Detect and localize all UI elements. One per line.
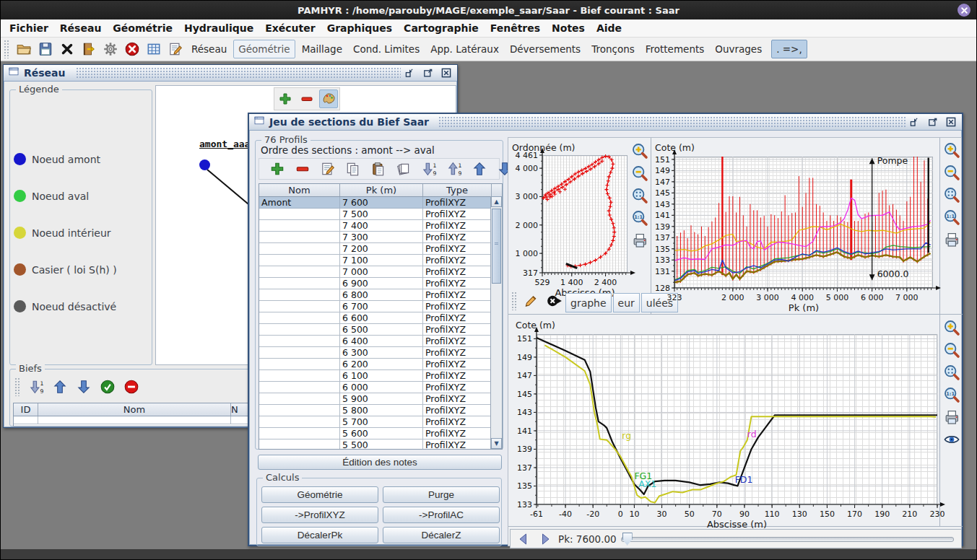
close-window-button[interactable] bbox=[440, 66, 453, 79]
delete-x-icon[interactable] bbox=[57, 40, 77, 59]
menu-item-hydraulique[interactable]: Hydraulique bbox=[178, 21, 259, 35]
stop-icon[interactable] bbox=[122, 40, 142, 59]
toolbar-button-ouvrages[interactable]: Ouvrages bbox=[711, 40, 766, 58]
plus-green-button[interactable] bbox=[276, 89, 295, 108]
maximize-button[interactable] bbox=[926, 115, 939, 128]
scroll-down-button[interactable]: ▼ bbox=[491, 438, 502, 449]
open-folder-icon[interactable] bbox=[14, 40, 33, 59]
calc-button-gomtrie[interactable]: Géométrie bbox=[261, 486, 378, 503]
settings-gear-icon[interactable] bbox=[100, 40, 120, 59]
paste-icon[interactable] bbox=[368, 159, 388, 179]
toolbar-button-gomtrie[interactable]: Géométrie bbox=[233, 40, 295, 58]
zoom-fit-button[interactable] bbox=[942, 363, 961, 382]
scroll-up-button[interactable]: ▲ bbox=[491, 196, 502, 207]
toolbar-button-[interactable]: . =>, bbox=[771, 40, 807, 58]
table-row[interactable]: 6 200ProfilXYZ bbox=[259, 359, 502, 370]
close-window-button[interactable] bbox=[945, 115, 958, 128]
save-floppy-icon[interactable] bbox=[35, 40, 55, 59]
reseau-window-titlebar[interactable]: Réseau bbox=[4, 65, 457, 82]
edit-note-icon[interactable] bbox=[165, 40, 185, 59]
zoom-fit-button[interactable] bbox=[942, 185, 961, 204]
printer-button[interactable] bbox=[942, 230, 961, 249]
table-row[interactable]: 6 600ProfilXYZ bbox=[259, 312, 502, 324]
next-profile-button[interactable] bbox=[537, 530, 554, 548]
printer-button[interactable] bbox=[630, 231, 649, 250]
network-node[interactable] bbox=[199, 159, 210, 170]
table-row[interactable]: 5 900ProfilXYZ bbox=[259, 393, 502, 405]
table-row[interactable]: 7 000ProfilXYZ bbox=[259, 266, 502, 278]
grid-table-icon[interactable] bbox=[144, 40, 163, 59]
table-scrollbar[interactable]: ▲ ▼ bbox=[490, 196, 502, 449]
table-row[interactable]: 5 700ProfilXYZ bbox=[259, 416, 502, 428]
table-row[interactable]: 6 700ProfilXYZ bbox=[259, 301, 502, 312]
calc-button-dcalerpk[interactable]: DécalerPk bbox=[261, 527, 378, 543]
toolbar-grip[interactable] bbox=[511, 292, 518, 310]
table-row[interactable]: 6 100ProfilXYZ bbox=[259, 370, 502, 382]
toolbar-grip[interactable] bbox=[14, 377, 21, 396]
zoom-one-button[interactable]: 1:1 bbox=[942, 385, 961, 404]
toolbar-button-dversements[interactable]: Déversements bbox=[505, 40, 585, 58]
pk-slider[interactable] bbox=[621, 532, 957, 546]
edit-notes-button[interactable]: Édition des notes bbox=[258, 455, 502, 470]
calc-button-profilac[interactable]: ->ProfilAC bbox=[383, 507, 500, 523]
graph-tab[interactable]: eur bbox=[613, 293, 640, 312]
table-row[interactable]: 6 400ProfilXYZ bbox=[259, 336, 502, 347]
calc-button-purge[interactable]: Purge bbox=[383, 486, 500, 503]
maximize-button[interactable] bbox=[422, 66, 435, 79]
minimize-button[interactable] bbox=[404, 66, 417, 79]
palette-button[interactable] bbox=[319, 89, 338, 108]
zoom-in-button[interactable] bbox=[630, 141, 649, 160]
table-row[interactable]: 5 800ProfilXYZ bbox=[259, 405, 502, 416]
biefs-column-header[interactable]: ID bbox=[14, 403, 38, 416]
table-row[interactable]: 5 500ProfilXYZ bbox=[259, 439, 502, 450]
edit-note-icon[interactable] bbox=[318, 159, 337, 179]
table-row[interactable]: Amont7 600ProfilXYZ bbox=[259, 197, 502, 209]
zoom-in-button[interactable] bbox=[942, 318, 961, 337]
toolbar-button-maillage[interactable]: Maillage bbox=[298, 40, 347, 58]
table-row[interactable]: 6 300ProfilXYZ bbox=[259, 347, 502, 359]
exit-door-icon[interactable] bbox=[79, 40, 98, 59]
menu-item-notes[interactable]: Notes bbox=[546, 21, 591, 35]
sections-dialog-titlebar[interactable]: Jeu de sections du Bief Saar bbox=[249, 114, 962, 131]
zoom-in-button[interactable] bbox=[942, 141, 961, 159]
toolbar-button-applatraux[interactable]: App. Latéraux bbox=[426, 40, 503, 58]
sections-column-header[interactable]: Pk (m) bbox=[340, 184, 423, 196]
eye-button[interactable] bbox=[942, 430, 961, 449]
previous-profile-button[interactable] bbox=[515, 530, 532, 548]
sections-column-header[interactable]: Type bbox=[423, 184, 492, 196]
table-row[interactable]: 6 000ProfilXYZ bbox=[259, 382, 502, 393]
slider-thumb[interactable] bbox=[622, 533, 633, 546]
arrow-up-icon[interactable] bbox=[50, 377, 69, 397]
graph-tab[interactable]: graphe bbox=[565, 293, 612, 312]
cross-section-plot[interactable]: rgrdFG1AX1FD1151149147145143141139137135… bbox=[513, 318, 941, 528]
menu-item-excuter[interactable]: Exécuter bbox=[259, 21, 321, 35]
biefs-column-header[interactable]: Nom bbox=[38, 403, 231, 416]
printer-button[interactable] bbox=[942, 408, 961, 426]
table-row[interactable]: 7 100ProfilXYZ bbox=[259, 255, 502, 266]
arrow-down-icon[interactable] bbox=[74, 377, 93, 397]
plus-green-icon[interactable] bbox=[267, 159, 287, 179]
menu-item-aide[interactable]: Aide bbox=[591, 21, 628, 35]
table-row[interactable]: 6 500ProfilXYZ bbox=[259, 324, 502, 336]
table-row[interactable]: 7 500ProfilXYZ bbox=[259, 209, 502, 220]
toolbar-button-condlimites[interactable]: Cond. Limites bbox=[349, 40, 424, 58]
pencil-icon[interactable] bbox=[521, 292, 540, 311]
table-row[interactable]: 6 900ProfilXYZ bbox=[259, 278, 502, 289]
toolbar-button-tronons[interactable]: Tronçons bbox=[587, 40, 639, 58]
menu-item-gomtrie[interactable]: Géométrie bbox=[107, 21, 178, 35]
sort-up-icon[interactable]: 19 bbox=[444, 159, 464, 179]
sections-table[interactable]: NomPk (m)Type Amont7 600ProfilXYZ7 500Pr… bbox=[259, 183, 503, 450]
table-row[interactable]: 6 800ProfilXYZ bbox=[259, 289, 502, 301]
table-row[interactable]: 7 200ProfilXYZ bbox=[259, 243, 502, 255]
menu-item-graphiques[interactable]: Graphiques bbox=[321, 21, 398, 35]
zoom-out-button[interactable] bbox=[630, 164, 649, 183]
minus-circle-icon[interactable] bbox=[121, 377, 141, 397]
zoom-out-button[interactable] bbox=[942, 341, 961, 359]
sheets-icon[interactable] bbox=[394, 159, 413, 179]
arrow-up-icon[interactable] bbox=[469, 159, 489, 179]
copy-icon[interactable] bbox=[343, 159, 362, 179]
menu-item-fentres[interactable]: Fenêtres bbox=[485, 21, 546, 35]
menu-item-rseau[interactable]: Réseau bbox=[54, 21, 108, 35]
zoom-out-button[interactable] bbox=[942, 163, 961, 182]
menu-item-fichier[interactable]: Fichier bbox=[4, 21, 54, 35]
